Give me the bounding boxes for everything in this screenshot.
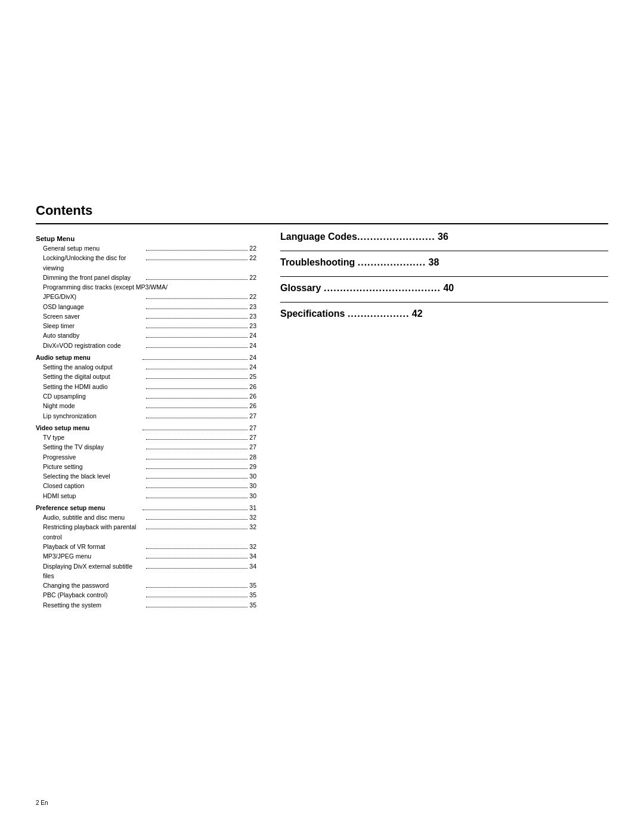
right-divider-1 — [280, 251, 608, 251]
toc-dots — [146, 487, 247, 488]
toc-label: Programming disc tracks (except MP3/WMA/ — [43, 282, 256, 292]
toc-label: Playback of VR format — [43, 542, 144, 551]
toc-label: JPEG/DivX) — [43, 292, 144, 301]
toc-dots — [146, 388, 247, 389]
toc-page: 32 — [249, 513, 256, 522]
toc-label: Displaying DivX external subtitle files — [43, 561, 144, 581]
toc-page: 24 — [249, 341, 256, 350]
right-entry-specifications: Specifications ................... 42 — [280, 308, 608, 319]
toc-dots — [146, 519, 247, 520]
glossary-label: Glossary ...............................… — [280, 283, 454, 293]
list-item: Selecting the black level 30 — [36, 471, 256, 481]
list-item: CD upsampling 26 — [36, 391, 256, 401]
toc-page: 26 — [249, 401, 256, 411]
toc-page: 30 — [249, 491, 256, 501]
right-divider-3 — [280, 302, 608, 303]
toc-page: 27 — [249, 442, 256, 452]
page-footer: 2 En — [36, 800, 48, 806]
toc-page: 32 — [249, 542, 256, 551]
toc-dots — [146, 478, 247, 479]
left-column: Setup Menu General setup menu 22 Locking… — [36, 232, 256, 610]
toc-dots — [146, 298, 247, 299]
list-item: HDMI setup 30 — [36, 491, 256, 501]
toc-label: MP3/JPEG menu — [43, 551, 144, 561]
toc-page: 26 — [249, 382, 256, 391]
dots: .................................... — [324, 283, 441, 294]
list-item: Changing the password 35 — [36, 581, 256, 590]
toc-dots — [146, 548, 247, 549]
toc-dots — [146, 459, 247, 459]
right-divider-2 — [280, 276, 608, 277]
toc-dots — [146, 597, 247, 597]
dots: ..................... — [358, 257, 426, 268]
toc-dots — [146, 587, 247, 588]
toc-page: 35 — [249, 581, 256, 590]
toc-label: Selecting the black level — [43, 471, 144, 481]
list-item: Setting the HDMI audio 26 — [36, 382, 256, 391]
page: Contents Setup Menu General setup menu 2… — [0, 0, 644, 824]
toc-dots — [146, 308, 247, 309]
toc-label: HDMI setup — [43, 491, 144, 501]
toc-dots — [146, 398, 247, 399]
toc-label: OSD language — [43, 302, 144, 311]
list-item: TV type 27 — [36, 433, 256, 442]
toc-page: 24 — [249, 353, 256, 362]
list-item: Setting the analog output 24 — [36, 362, 256, 372]
toc-dots — [146, 558, 247, 558]
list-item: Audio setup menu 24 — [36, 353, 256, 362]
toc-page: 24 — [249, 362, 256, 372]
toc-label: Progressive — [43, 452, 144, 462]
toc-label: Setting the HDMI audio — [43, 382, 144, 391]
list-item: Setting the TV display 27 — [36, 442, 256, 452]
toc-section-header: Video setup menu — [36, 423, 141, 433]
list-item: Displaying DivX external subtitle files … — [36, 561, 256, 581]
toc-dots — [146, 337, 247, 338]
list-item: Locking/Unlocking the disc for viewing 2… — [36, 253, 256, 273]
toc-page: 35 — [249, 590, 256, 600]
list-item: Lip synchronization 27 — [36, 411, 256, 421]
setup-menu-header: Setup Menu — [36, 235, 256, 242]
list-item: OSD language 23 — [36, 302, 256, 311]
toc-label: Resetting the system — [43, 600, 144, 610]
list-item: PBC (Playback control) 35 — [36, 590, 256, 600]
toc-label: PBC (Playback control) — [43, 590, 144, 600]
list-item: JPEG/DivX) 22 — [36, 292, 256, 301]
top-spacer — [36, 24, 608, 203]
toc-page: 25 — [249, 372, 256, 381]
list-item: General setup menu 22 — [36, 243, 256, 253]
toc-label: Dimming the front panel display — [43, 273, 144, 282]
toc-label: Picture setting — [43, 462, 144, 471]
toc-label: Auto standby — [43, 331, 144, 340]
toc-page: 34 — [249, 561, 256, 571]
contents-divider — [36, 223, 608, 224]
troubleshooting-label: Troubleshooting ..................... 38 — [280, 257, 439, 267]
list-item: Dimming the front panel display 22 — [36, 273, 256, 282]
toc-page: 23 — [249, 311, 256, 321]
list-item: Restricting playback with parental contr… — [36, 522, 256, 542]
toc-label: Locking/Unlocking the disc for viewing — [43, 253, 144, 273]
toc-label: General setup menu — [43, 243, 144, 253]
toc-label: Sleep timer — [43, 321, 144, 331]
list-item: Progressive 28 — [36, 452, 256, 462]
toc-page: 23 — [249, 321, 256, 331]
toc-dots — [146, 468, 247, 469]
right-entry-language-codes: Language Codes........................ 3… — [280, 232, 608, 242]
toc-label: Screen saver — [43, 311, 144, 321]
toc-page: 22 — [249, 273, 256, 282]
list-item: Video setup menu 27 — [36, 423, 256, 433]
toc-dots — [146, 607, 247, 607]
toc-dots — [146, 279, 247, 280]
toc-page: 27 — [249, 423, 256, 433]
toc-page: 34 — [249, 551, 256, 561]
toc-label: Night mode — [43, 401, 144, 411]
toc-dots — [146, 318, 247, 319]
dots: ................... — [348, 308, 409, 319]
list-item: Playback of VR format 32 — [36, 542, 256, 551]
toc-page: 26 — [249, 391, 256, 401]
dots: ........................ — [357, 232, 435, 242]
toc-page: 30 — [249, 481, 256, 490]
contents-layout: Setup Menu General setup menu 22 Locking… — [36, 232, 608, 610]
toc-dots — [146, 408, 247, 408]
list-item: Closed caption 30 — [36, 481, 256, 490]
toc-label: CD upsampling — [43, 391, 144, 401]
